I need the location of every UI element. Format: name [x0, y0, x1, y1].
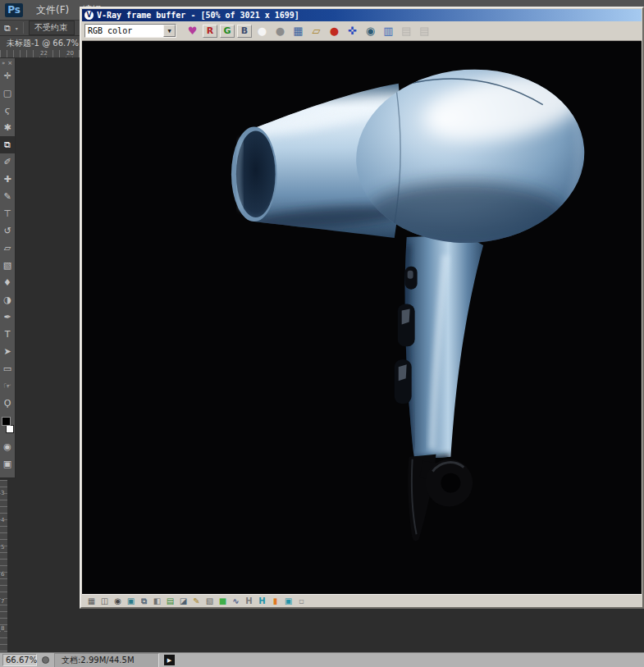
screen: Ps 文件(F)编辑 ⧉ ▾ 不受约束 未标题-1 @ 66.7% ( 2220… — [0, 0, 644, 667]
dodge-tool[interactable]: ◑ — [0, 291, 15, 308]
vray-window-title: V-Ray frame buffer - [50% of 3021 x 1699… — [97, 11, 299, 20]
ruler-number: 3 — [1, 490, 4, 496]
channel-dropdown[interactable]: RGB color ▼ — [84, 24, 176, 38]
crop-constraint-dropdown[interactable]: 不受约束 — [29, 21, 75, 35]
alpha-button[interactable]: ● — [272, 24, 289, 39]
ruler-number: 20 — [66, 50, 75, 57]
chevron-down-icon[interactable]: ▼ — [163, 25, 176, 37]
vray-logo-icon: V — [84, 11, 94, 20]
eyedropper-tool[interactable]: ✐ — [0, 153, 15, 171]
ruler-number: 8 — [1, 625, 4, 632]
pen-tool[interactable]: ✒ — [0, 308, 15, 326]
status-menu-button[interactable]: ▶ — [164, 655, 175, 665]
shape-tool[interactable]: ▭ — [0, 360, 15, 377]
settings-button: ▤ — [416, 24, 433, 39]
vray-titlebar[interactable]: V V-Ray frame buffer - [50% of 3021 x 16… — [82, 9, 642, 21]
move-tool[interactable]: ✛ — [0, 67, 15, 85]
clone-stamp-tool[interactable]: ⊤ — [0, 205, 15, 222]
compare-half-icon[interactable]: ◪ — [178, 596, 189, 606]
status-circle-icon — [42, 656, 49, 664]
monochrome-button[interactable]: ● — [253, 24, 271, 39]
collapse-panel-icon[interactable]: » — [2, 60, 5, 66]
stereo-button: ▤ — [398, 24, 415, 39]
histogram-gray-icon[interactable]: H — [244, 596, 254, 606]
vray-frame-buffer-window: V V-Ray frame buffer - [50% of 3021 x 16… — [80, 7, 644, 609]
gradient-tool[interactable]: ▧ — [0, 257, 15, 274]
path-selection-tool[interactable]: ➤ — [0, 343, 15, 360]
blur-tool[interactable]: ♦ — [0, 274, 15, 291]
brush-tool[interactable]: ✎ — [0, 188, 15, 205]
zoom-tool[interactable]: Ϙ — [0, 395, 15, 412]
vray-bottom-toolbar: ▦◫◉▣⧉◧▤◪✎▧■∿HH▮▣▫ — [82, 594, 642, 606]
duplicate-buffer-icon[interactable]: ⧉ — [139, 596, 149, 606]
tools-panel: » × ✛▢ϛ✱⧉✐✚✎⊤↺▱▧♦◑✒T➤▭☞Ϙ ◉▣ — [0, 58, 16, 478]
tools-list-extra: ◉▣ — [0, 438, 15, 473]
color-swatches — [0, 413, 15, 438]
ruler-number: 7 — [1, 598, 4, 605]
chevron-down-icon[interactable]: ▾ — [16, 25, 18, 31]
render-last-icon[interactable]: ◉ — [112, 596, 123, 606]
save-image-button[interactable]: ▦ — [290, 24, 307, 39]
histogram-teal-icon[interactable]: H — [257, 596, 267, 606]
tools-list: ✛▢ϛ✱⧉✐✚✎⊤↺▱▧♦◑✒T➤▭☞Ϙ — [0, 67, 15, 412]
photoshop-statusbar: 66.67% 文档:2.99M/44.5M ▶ — [0, 652, 644, 667]
ruler-number: 6 — [1, 571, 4, 578]
vertical-ruler[interactable]: 345678 — [0, 480, 8, 652]
zoom-level-field[interactable]: 66.67% — [2, 654, 37, 666]
lasso-tool[interactable]: ϛ — [0, 102, 15, 119]
close-panel-icon[interactable]: × — [7, 60, 12, 66]
vray-bottom-icons: ▦◫◉▣⧉◧▤◪✎▧■∿HH▮▣▫ — [86, 596, 307, 606]
vray-toolbar-icons: ♥RGB●●▦▱●✜◉▥▤▤ — [184, 24, 433, 39]
type-tool[interactable]: T — [0, 326, 15, 343]
menu-item-0[interactable]: 文件(F) — [36, 3, 69, 17]
ruler-number: 4 — [1, 517, 4, 523]
corrections-button[interactable]: ▥ — [380, 24, 397, 39]
photoshop-logo: Ps — [5, 3, 23, 17]
browse-image-button[interactable]: ▱ — [308, 24, 325, 39]
hand-tool[interactable]: ☞ — [0, 377, 15, 395]
show-colors-icon[interactable]: ♥ — [184, 24, 201, 39]
red-channel-button[interactable]: R — [203, 25, 217, 38]
background-color-swatch[interactable] — [6, 425, 14, 433]
exposure-icon[interactable]: ▮ — [270, 596, 281, 606]
region-toggle-icon[interactable]: ▣ — [126, 596, 136, 606]
clear-image-button[interactable]: ● — [326, 24, 343, 39]
crop-preset-icon[interactable]: ⧉ — [4, 23, 11, 34]
options-separator — [23, 22, 24, 34]
color-sample-icon[interactable]: ■ — [217, 596, 228, 606]
edit-in-quick-mask-button[interactable]: ◉ — [0, 438, 15, 455]
curve-icon[interactable]: ∿ — [231, 596, 241, 606]
screen-mode-button[interactable]: ▣ — [0, 455, 15, 473]
document-size-info: 文档:2.99M/44.5M — [54, 653, 159, 667]
layers-icon[interactable]: ◧ — [152, 596, 162, 606]
ruler-number: 5 — [1, 544, 4, 551]
healing-brush-tool[interactable]: ✚ — [0, 171, 15, 188]
region-render-button[interactable]: ◉ — [362, 24, 379, 39]
show-stamp-icon[interactable]: ◫ — [99, 596, 110, 606]
tools-panel-header: » × — [0, 58, 15, 67]
quick-selection-tool[interactable]: ✱ — [0, 119, 15, 136]
render-canvas[interactable] — [82, 41, 642, 594]
channel-dropdown-value: RGB color — [85, 26, 163, 35]
grid-icon[interactable]: ▤ — [165, 596, 176, 606]
levels-icon[interactable]: ▫ — [296, 596, 307, 606]
ruler-number: 22 — [39, 50, 48, 57]
green-channel-button[interactable]: G — [220, 25, 235, 38]
pencil-icon[interactable]: ✎ — [191, 596, 202, 606]
crop-tool[interactable]: ⧉ — [0, 136, 15, 153]
info-panel-icon[interactable]: ▧ — [204, 596, 215, 606]
track-mouse-button[interactable]: ✜ — [344, 24, 361, 39]
stamp-icon[interactable]: ▦ — [86, 596, 97, 606]
vray-toolbar: RGB color ▼ ♥RGB●●▦▱●✜◉▥▤▤ — [82, 21, 642, 41]
blue-channel-button[interactable]: B — [237, 25, 252, 38]
hairdryer-render — [82, 41, 642, 594]
white-balance-icon[interactable]: ▣ — [283, 596, 294, 606]
foreground-color-swatch[interactable] — [2, 417, 11, 426]
history-brush-tool[interactable]: ↺ — [0, 222, 15, 240]
eraser-tool[interactable]: ▱ — [0, 240, 15, 257]
marquee-tool[interactable]: ▢ — [0, 85, 15, 102]
